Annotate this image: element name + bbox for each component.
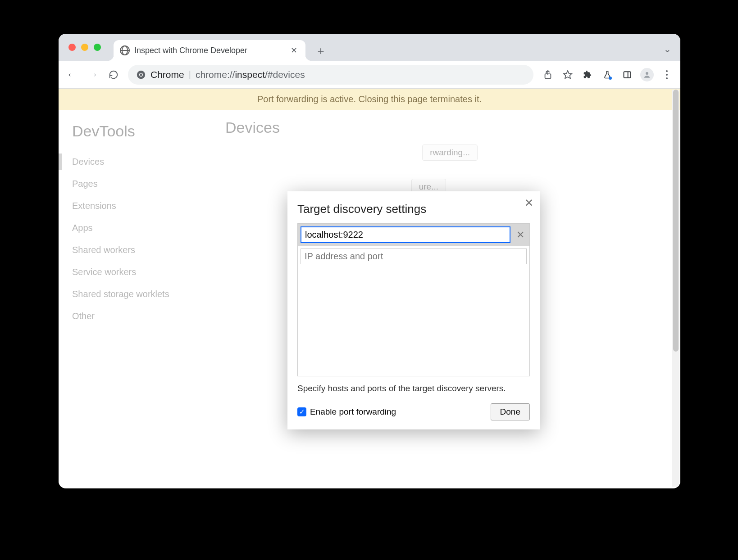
scrollbar-thumb[interactable] bbox=[673, 90, 679, 352]
side-panel-icon[interactable] bbox=[618, 66, 636, 84]
target-host-input[interactable] bbox=[301, 226, 510, 243]
target-row: ✕ bbox=[298, 224, 529, 246]
svg-point-7 bbox=[646, 72, 648, 75]
sidebar-item-other[interactable]: Other bbox=[72, 305, 212, 327]
forward-button[interactable]: → bbox=[84, 66, 102, 84]
window-maximize-button[interactable] bbox=[94, 44, 101, 51]
window-close-button[interactable] bbox=[68, 44, 76, 51]
svg-point-2 bbox=[140, 73, 142, 76]
sidebar-item-pages[interactable]: Pages bbox=[72, 173, 212, 195]
address-text: Chrome|chrome://inspect/#devices bbox=[150, 69, 305, 80]
browser-window: Inspect with Chrome Developer ✕ + ⌄ ← → … bbox=[59, 34, 680, 488]
target-discovery-modal: ✕ Target discovery settings ✕ Specify ho… bbox=[287, 191, 540, 429]
sidebar-title: DevTools bbox=[72, 122, 212, 140]
sidebar-item-devices[interactable]: Devices bbox=[72, 151, 212, 173]
page-heading: Devices bbox=[225, 119, 667, 136]
sidebar-item-shared-storage-worklets[interactable]: Shared storage worklets bbox=[72, 283, 212, 305]
tab-close-icon[interactable]: ✕ bbox=[289, 45, 299, 56]
profile-avatar[interactable] bbox=[638, 66, 656, 84]
target-row-empty bbox=[298, 246, 529, 267]
done-button[interactable]: Done bbox=[491, 403, 530, 420]
menu-button[interactable] bbox=[658, 66, 676, 84]
svg-marker-4 bbox=[564, 70, 572, 78]
window-minimize-button[interactable] bbox=[81, 44, 88, 51]
reload-button[interactable] bbox=[105, 66, 123, 84]
toolbar-actions bbox=[539, 66, 676, 84]
browser-tab[interactable]: Inspect with Chrome Developer ✕ bbox=[114, 40, 305, 61]
extensions-icon[interactable] bbox=[579, 66, 597, 84]
labs-icon[interactable] bbox=[598, 66, 616, 84]
share-icon[interactable] bbox=[539, 66, 557, 84]
target-list: ✕ bbox=[297, 223, 530, 376]
address-bar[interactable]: Chrome|chrome://inspect/#devices bbox=[128, 65, 533, 85]
target-host-empty-input[interactable] bbox=[301, 248, 527, 264]
modal-close-icon[interactable]: ✕ bbox=[524, 197, 533, 209]
sidebar-item-shared-workers[interactable]: Shared workers bbox=[72, 239, 212, 261]
vertical-scrollbar[interactable] bbox=[672, 90, 679, 487]
checkbox-checked-icon: ✓ bbox=[297, 407, 306, 416]
window-controls bbox=[68, 44, 114, 61]
globe-icon bbox=[120, 45, 130, 55]
back-button[interactable]: ← bbox=[63, 66, 81, 84]
svg-rect-5 bbox=[624, 72, 631, 77]
modal-title: Target discovery settings bbox=[297, 202, 530, 216]
sidebar-item-apps[interactable]: Apps bbox=[72, 217, 212, 239]
modal-help-text: Specify hosts and ports of the target di… bbox=[297, 383, 530, 394]
chrome-icon bbox=[136, 70, 146, 80]
sidebar: DevTools Devices Pages Extensions Apps S… bbox=[59, 110, 212, 488]
tab-list-chevron-icon[interactable]: ⌄ bbox=[664, 44, 671, 54]
remove-target-icon[interactable]: ✕ bbox=[514, 229, 527, 241]
bookmark-star-icon[interactable] bbox=[559, 66, 577, 84]
tab-title: Inspect with Chrome Developer bbox=[134, 46, 284, 55]
port-forwarding-button[interactable]: rwarding... bbox=[422, 145, 478, 161]
enable-port-forwarding-checkbox[interactable]: ✓ Enable port forwarding bbox=[297, 407, 396, 417]
new-tab-button[interactable]: + bbox=[313, 43, 329, 59]
toolbar: ← → Chrome|chrome://inspect/#devices bbox=[59, 61, 680, 89]
port-forwarding-banner: Port forwarding is active. Closing this … bbox=[59, 89, 680, 110]
tab-bar: Inspect with Chrome Developer ✕ + ⌄ bbox=[59, 34, 680, 61]
sidebar-item-service-workers[interactable]: Service workers bbox=[72, 261, 212, 283]
sidebar-item-extensions[interactable]: Extensions bbox=[72, 195, 212, 217]
